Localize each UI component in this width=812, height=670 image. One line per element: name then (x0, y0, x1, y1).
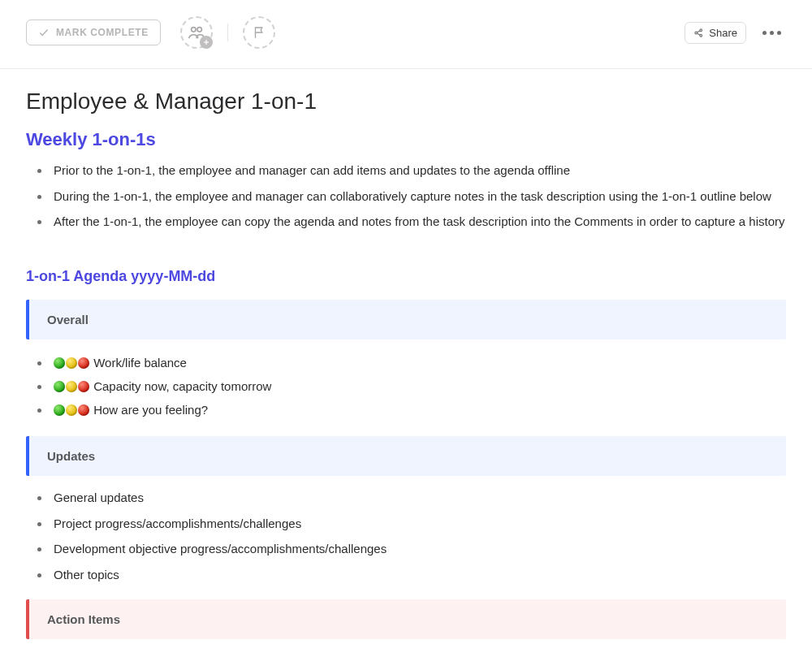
list-item: Prior to the 1-on-1, the employee and ma… (50, 160, 786, 181)
agenda-section-header: Overall (26, 300, 786, 339)
agenda-heading: 1-on-1 Agenda yyyy-MM-dd (26, 268, 786, 285)
list-item: After the 1-on-1, the employee can copy … (50, 211, 786, 232)
flag-icon (252, 25, 266, 40)
list-item: During the 1-on-1, the employee and mana… (50, 186, 786, 207)
status-dot-yellow (66, 381, 77, 392)
list-item: How are you feeling? (50, 398, 786, 421)
status-dot-yellow (66, 357, 77, 369)
dot-icon (762, 31, 767, 35)
list-item: Project progress/accomplishments/challen… (50, 513, 786, 534)
svg-line-8 (698, 30, 701, 32)
agenda-section-items: General updatesProject progress/accompli… (26, 487, 786, 585)
page-title: Employee & Manager 1-on-1 (26, 89, 786, 115)
status-dot-green (54, 381, 65, 392)
toolbar: MARK COMPLETE Share (0, 0, 812, 69)
toolbar-divider (227, 24, 228, 41)
weekly-bullets: Prior to the 1-on-1, the employee and ma… (26, 160, 786, 232)
status-dot-red (78, 381, 89, 392)
svg-point-0 (191, 28, 196, 32)
mark-complete-button[interactable]: MARK COMPLETE (26, 19, 161, 45)
priority-flag-button[interactable] (243, 16, 275, 49)
agenda-section-items: Work/life balance Capacity now, capacity… (26, 351, 786, 422)
dot-icon (777, 31, 781, 35)
plus-icon (202, 38, 210, 46)
list-item: Capacity now, capacity tomorrow (50, 374, 786, 398)
share-icon (693, 28, 704, 38)
svg-line-9 (698, 33, 701, 35)
share-button[interactable]: Share (685, 22, 746, 44)
status-dot-red (78, 357, 89, 369)
list-item: Development objective progress/accomplis… (50, 538, 786, 560)
weekly-heading: Weekly 1-on-1s (26, 129, 786, 150)
more-menu-button[interactable] (758, 26, 786, 40)
agenda-section-header: Action Items (26, 599, 786, 639)
check-icon (38, 27, 50, 38)
document-body: Employee & Manager 1-on-1 Weekly 1-on-1s… (0, 69, 812, 670)
assignee-button[interactable] (180, 16, 213, 49)
agenda-sections: Overall Work/life balance Capacity now, … (26, 300, 786, 640)
status-dot-green (54, 404, 65, 416)
list-item: Other topics (50, 564, 786, 586)
add-assignee-badge (200, 36, 213, 49)
list-item: General updates (50, 487, 786, 508)
agenda-section-header: Updates (26, 436, 786, 476)
share-label: Share (709, 27, 737, 39)
status-dot-red (78, 404, 89, 416)
svg-point-1 (197, 28, 202, 32)
status-dot-green (54, 357, 65, 369)
mark-complete-label: MARK COMPLETE (56, 27, 149, 38)
dot-icon (770, 31, 774, 35)
list-item: Work/life balance (50, 351, 786, 374)
status-dot-yellow (66, 404, 77, 416)
